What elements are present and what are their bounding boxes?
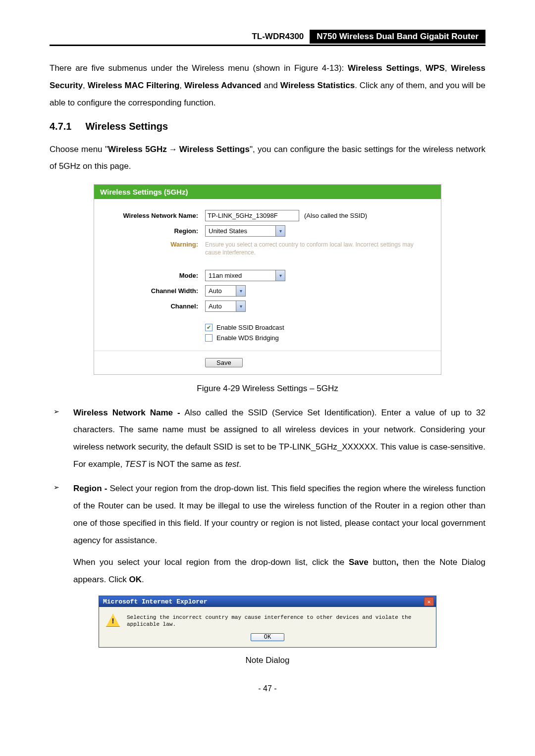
region-select[interactable]: United States ▾ [205,225,285,237]
bullet2-sub-save: Save [349,557,369,567]
label-network-name: Wireless Network Name: [104,212,205,219]
panel-title: Wireless Settings (5GHz) [94,185,441,199]
label-mode: Mode: [104,272,205,279]
ssid-broadcast-label: Enable SSID Broadcast [216,324,284,331]
choose-menu-paragraph: Choose menu "Wireless 5GHz→Wireless Sett… [50,141,485,176]
panel-divider [94,351,441,351]
save-button[interactable]: Save [205,358,243,367]
chevron-down-icon: ▾ [236,301,245,311]
bullet1-title: Wireless Network Name - [73,408,185,417]
warning-icon: ! [106,614,120,627]
bullet2-sub-ok: OK [129,575,142,584]
intro-paragraph: There are five submenus under the Wirele… [50,60,485,112]
bullet2-sub-paragraph: When you select your local region from t… [73,554,485,589]
arrow-icon: → [167,145,179,154]
choose-a: Choose menu " [50,145,108,154]
choose-b1: Wireless 5GHz [108,145,167,154]
chevron-down-icon: ▾ [236,286,245,296]
page-number: - 47 - [50,684,485,693]
chevron-down-icon: ▾ [275,270,285,281]
wireless-settings-panel: Wireless Settings (5GHz) Wireless Networ… [94,184,441,374]
page-header: TL-WDR4300 N750 Wireless Dual Band Gigab… [50,30,485,46]
intro-bold-mac: Wireless MAC Filtering [88,81,180,90]
bullet1-italic-test-lower: test [225,459,239,469]
dialog-message: Selecting the incorrect country may caus… [127,614,429,628]
intro-bold-wireless-settings: Wireless Settings [348,63,420,73]
dialog-title: Microsoft Internet Explorer [103,598,208,605]
channel-width-value: Auto [206,287,236,295]
intro-sep: , [445,63,451,73]
wds-bridging-checkbox[interactable] [205,334,213,342]
bullet1-text-c: . [239,459,241,469]
section-title: Wireless Settings [85,121,168,132]
intro-sep: , [420,63,426,73]
bullet1-italic-test-upper: TEST [125,459,146,469]
intro-sep: and [261,81,280,90]
bullet2-title: Region - [73,484,109,493]
intro-sep: , [83,81,88,90]
note-dialog-caption: Note Dialog [50,655,485,665]
close-icon[interactable]: ✕ [424,597,434,606]
dialog-ok-button[interactable]: OK [251,633,284,641]
intro-bold-statistics: Wireless Statistics [280,81,355,90]
channel-value: Auto [206,302,236,310]
wds-bridging-label: Enable WDS Bridging [216,334,279,342]
bullet-wireless-network-name: Wireless Network Name - Also called the … [50,404,485,473]
intro-bold-wps: WPS [426,63,445,73]
mode-select[interactable]: 11an mixed ▾ [205,270,285,281]
intro-sep: , [179,81,184,90]
ssid-note: (Also called the SSID) [304,212,367,219]
bullet2-sub-b: button [369,557,396,567]
intro-text: There are five submenus under the Wirele… [50,63,348,73]
label-region: Region: [104,227,205,235]
choose-b2: Wireless Settings [179,145,250,154]
bullet2-sub-a: When you select your local region from t… [73,557,349,567]
channel-width-select[interactable]: Auto ▾ [205,285,246,297]
bullet2-text: Select your region from the drop-down li… [73,484,485,545]
network-name-input[interactable] [205,210,299,221]
chevron-down-icon: ▾ [275,226,285,236]
mode-select-value: 11an mixed [206,272,275,279]
figure-caption: Figure 4-29 Wireless Settings – 5GHz [50,384,485,394]
ie-dialog: Microsoft Internet Explorer ✕ ! Selectin… [99,596,436,648]
intro-bold-advanced: Wireless Advanced [184,81,261,90]
region-select-value: United States [206,227,275,235]
bullet2-sub-d: . [142,575,144,584]
label-channel: Channel: [104,302,205,310]
label-warning: Warning: [104,241,205,248]
section-number: 4.7.1 [50,121,71,132]
header-product: N750 Wireless Dual Band Gigabit Router [310,30,485,44]
bullet1-text-b: is NOT the same as [146,459,225,469]
bullet-region: Region - Select your region from the dro… [50,480,485,589]
warning-text: Ensure you select a correct country to c… [205,241,431,256]
ssid-broadcast-checkbox[interactable]: ✔ [205,324,213,331]
header-model: TL-WDR4300 [246,30,310,44]
section-heading: 4.7.1Wireless Settings [50,121,485,132]
channel-select[interactable]: Auto ▾ [205,301,246,312]
label-channel-width: Channel Width: [104,287,205,295]
